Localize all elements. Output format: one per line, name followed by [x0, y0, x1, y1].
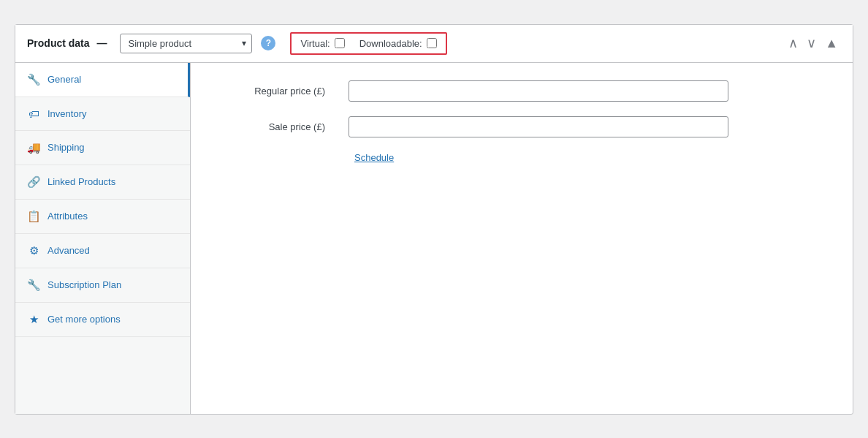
- panel-body: 🔧 General 🏷 Inventory 🚚 Shipping 🔗 Linke…: [15, 63, 853, 414]
- sidebar-label-subscription-plan: Subscription Plan: [47, 279, 121, 290]
- regular-price-label: Regular price (£): [214, 86, 331, 97]
- sidebar-label-advanced: Advanced: [47, 245, 90, 256]
- sidebar-label-attributes: Attributes: [47, 211, 88, 222]
- sidebar: 🔧 General 🏷 Inventory 🚚 Shipping 🔗 Linke…: [15, 63, 191, 414]
- panel-title: Product data —: [27, 37, 111, 49]
- sidebar-item-inventory[interactable]: 🏷 Inventory: [15, 97, 190, 131]
- downloadable-checkbox[interactable]: [427, 38, 437, 48]
- panel-header: Product data — Simple product Variable p…: [15, 25, 853, 63]
- sale-price-row: Sale price (£): [214, 116, 829, 137]
- sidebar-item-subscription-plan[interactable]: 🔧 Subscription Plan: [15, 268, 190, 303]
- schedule-link[interactable]: Schedule: [354, 152, 394, 163]
- gear-icon: ⚙: [27, 244, 40, 257]
- tag-icon: 🏷: [27, 107, 40, 120]
- virtual-downloadable-area: Virtual: Downloadable:: [290, 32, 446, 55]
- sidebar-item-get-more-options[interactable]: ★ Get more options: [15, 303, 190, 337]
- subscription-icon: 🔧: [27, 279, 40, 292]
- product-type-wrapper[interactable]: Simple product Variable product Grouped …: [120, 34, 252, 53]
- collapse-up-button[interactable]: ∧: [785, 35, 801, 51]
- sidebar-label-linked-products: Linked Products: [47, 176, 115, 187]
- header-actions: ∧ ∨ ▲: [785, 35, 841, 51]
- sidebar-label-inventory: Inventory: [47, 108, 86, 119]
- sidebar-item-attributes[interactable]: 📋 Attributes: [15, 200, 190, 234]
- link-icon: 🔗: [27, 175, 40, 189]
- title-separator: —: [96, 37, 107, 49]
- regular-price-input[interactable]: [349, 80, 728, 102]
- product-type-select[interactable]: Simple product Variable product Grouped …: [120, 34, 252, 53]
- truck-icon: 🚚: [27, 141, 40, 154]
- virtual-label-text: Virtual:: [300, 38, 330, 49]
- regular-price-row: Regular price (£): [214, 80, 829, 102]
- sidebar-item-shipping[interactable]: 🚚 Shipping: [15, 131, 190, 165]
- sidebar-item-general[interactable]: 🔧 General: [15, 63, 190, 97]
- collapse-down-button[interactable]: ∨: [804, 35, 819, 51]
- expand-button[interactable]: ▲: [822, 35, 841, 51]
- star-icon: ★: [27, 313, 40, 326]
- sidebar-item-advanced[interactable]: ⚙ Advanced: [15, 234, 190, 268]
- help-icon[interactable]: ?: [261, 36, 275, 50]
- main-content: Regular price (£) Sale price (£) Schedul…: [191, 63, 853, 414]
- virtual-checkbox[interactable]: [335, 38, 345, 48]
- table-icon: 📋: [27, 210, 40, 223]
- downloadable-label-text: Downloadable:: [359, 38, 422, 49]
- virtual-checkbox-label[interactable]: Virtual:: [300, 38, 344, 49]
- sidebar-label-shipping: Shipping: [47, 142, 85, 153]
- wrench-icon: 🔧: [27, 73, 40, 86]
- sale-price-input[interactable]: [349, 116, 728, 137]
- sidebar-label-get-more-options: Get more options: [47, 314, 121, 325]
- schedule-link-wrapper: Schedule: [214, 152, 829, 163]
- sidebar-item-linked-products[interactable]: 🔗 Linked Products: [15, 165, 190, 200]
- title-text: Product data: [27, 37, 90, 49]
- sale-price-label: Sale price (£): [214, 121, 331, 132]
- product-data-panel: Product data — Simple product Variable p…: [15, 24, 853, 415]
- downloadable-checkbox-label[interactable]: Downloadable:: [359, 38, 437, 49]
- sidebar-label-general: General: [47, 74, 81, 85]
